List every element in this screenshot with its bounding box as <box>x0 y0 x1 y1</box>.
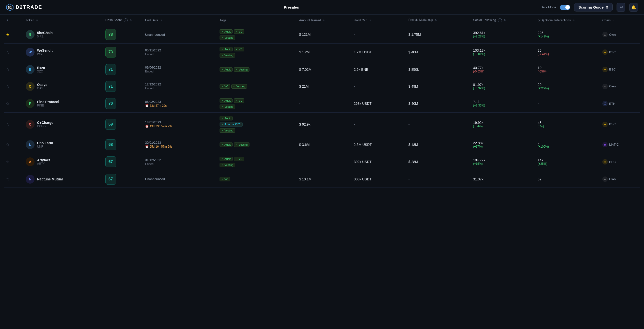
favorite-star[interactable]: ☆ <box>6 177 9 181</box>
favorite-star[interactable]: ★ <box>6 32 9 37</box>
hardcap-value: - <box>354 122 355 126</box>
hardcap-value: 1.2M USDT <box>354 50 372 54</box>
th-presale[interactable]: Presale Marketcap ⇅ <box>406 15 471 26</box>
hardcap-cell: 392k USDT <box>352 153 406 171</box>
tag-badge: ✓Vesting <box>234 142 250 147</box>
enddate-cell: Unannounced <box>143 171 218 188</box>
favorite-star[interactable]: ☆ <box>6 67 9 71</box>
chain-icon: ⬡ <box>602 101 608 106</box>
th-hardcap[interactable]: Hard Cap ⇅ <box>352 15 406 26</box>
th-chain[interactable]: Chain ⇅ <box>600 15 640 26</box>
7d-value: 10 <box>538 66 598 70</box>
favorite-star[interactable]: ☆ <box>6 50 9 54</box>
presale-value: $ 48M <box>408 50 418 54</box>
th-social-label: Social Following <box>473 18 496 22</box>
score-badge: 70 <box>105 98 116 109</box>
th-social[interactable]: Social Following i ⇅ <box>471 15 536 26</box>
tag-badge: ✓Audit <box>220 98 232 103</box>
score-badge: 78 <box>105 29 116 40</box>
amount-value: $ 7.02M <box>299 67 312 71</box>
favorite-star[interactable]: ☆ <box>6 142 9 147</box>
presales-table-container: ★ Token ⇅ Dash Score i ⇅ End Date ⇅ <box>4 15 640 188</box>
tag-check-icon: ✓ <box>222 36 224 39</box>
th-score[interactable]: Dash Score i ⇅ <box>104 15 143 26</box>
star-cell: ☆ <box>4 61 24 78</box>
favorite-star[interactable]: ☆ <box>6 122 9 126</box>
7d-value: 57 <box>538 177 598 181</box>
presale-value: $ 49M <box>408 84 418 88</box>
main-nav: Presales <box>280 5 302 9</box>
tag-badge: ✓Vesting <box>220 53 235 57</box>
7d-change: (+222%) <box>538 87 598 90</box>
tag-badge: ✓Audit <box>220 29 232 34</box>
score-cell: 67 <box>104 171 143 188</box>
social-info-icon[interactable]: i <box>498 18 502 22</box>
dark-mode-toggle[interactable] <box>560 5 570 10</box>
hardcap-cell: 2.5k BNB <box>352 61 406 78</box>
nav-presales[interactable]: Presales <box>280 4 302 11</box>
star-cell: ☆ <box>4 136 24 153</box>
mail-icon: ✉ <box>620 5 623 9</box>
th-token[interactable]: Token ⇅ <box>24 15 104 26</box>
7d-value: 147 <box>538 158 598 162</box>
social-cell: 31.07k <box>471 171 536 188</box>
7d-cell: 147 (+25%) <box>536 153 600 171</box>
tags-container: ✓VC <box>220 177 254 182</box>
enddate-cell: 30/01/2023⏰25d 16h 57m 29s <box>143 136 218 153</box>
chain-cell: ◆ MATIC <box>600 136 640 153</box>
presale-cell: - <box>406 171 471 188</box>
chain-name: BSC <box>609 160 616 164</box>
social-value: 31.07k <box>473 177 534 181</box>
presales-table: ★ Token ⇅ Dash Score i ⇅ End Date ⇅ <box>4 15 640 188</box>
tags-container: ✓Audit✓Vesting <box>220 67 254 72</box>
amount-sort-icon: ⇅ <box>323 19 325 22</box>
tag-check-icon: ✓ <box>236 99 238 102</box>
star-cell: ☆ <box>4 78 24 95</box>
social-cell: 392.61k (+2.27%) <box>471 26 536 43</box>
tag-badge: ✓Audit <box>220 157 232 161</box>
tag-check-icon: ✓ <box>236 143 238 146</box>
th-enddate[interactable]: End Date ⇅ <box>143 15 218 26</box>
amount-cell: $ 3.6M <box>297 136 352 153</box>
tag-check-icon: ✓ <box>222 105 224 108</box>
favorite-star[interactable]: ☆ <box>6 102 9 106</box>
presale-cell: $ 48M <box>406 43 471 61</box>
social-change: (+84%) <box>473 125 534 128</box>
7d-value: 2 <box>538 141 598 145</box>
table-row: ★ 5 5ireChain 5IRE 78Unannounced✓Audit✓V… <box>4 26 640 43</box>
7d-change: (-7.41%) <box>538 52 598 56</box>
th-7d[interactable]: (7D) Social Interactions ⇅ <box>536 15 600 26</box>
favorite-star[interactable]: ☆ <box>6 160 9 164</box>
7d-cell: 57 <box>536 171 600 188</box>
notifications-button[interactable]: 🔔 <box>629 3 638 12</box>
hardcap-value: 392k USDT <box>354 160 372 164</box>
chain-name: MATIC <box>609 143 619 146</box>
star-cell: ☆ <box>4 153 24 171</box>
score-cell: 69 <box>104 112 143 136</box>
tag-check-icon: ✓ <box>222 164 224 166</box>
scoring-guide-button[interactable]: Scoring Guide ⬆ <box>574 3 613 11</box>
tag-badge: ✓VC <box>220 84 230 89</box>
end-date: 09/06/2022 <box>145 66 216 69</box>
favorite-star[interactable]: ☆ <box>6 84 9 88</box>
scoring-guide-label: Scoring Guide <box>578 5 604 9</box>
enddate-sort-icon: ⇅ <box>160 19 162 22</box>
amount-cell: - <box>297 153 352 171</box>
messages-button[interactable]: ✉ <box>616 3 626 12</box>
th-chain-label: Chain <box>602 18 611 22</box>
enddate-cell: 09/06/2022Ended <box>143 61 218 78</box>
clock-icon: ⏰ <box>145 104 149 107</box>
social-value: 81.97k <box>473 83 534 87</box>
tags-cell: ✓Audit✓Vesting <box>218 136 297 153</box>
social-value: 392.61k <box>473 31 534 35</box>
th-amount[interactable]: Amount Raised ⇅ <box>297 15 352 26</box>
chain-cell: ● BSC <box>600 153 640 171</box>
presale-value: $ 28M <box>408 160 418 164</box>
chain-cell: ▲ Own <box>600 78 640 95</box>
chain-cell: ⬡ ETH <box>600 95 640 112</box>
amount-cell: $ 21M <box>297 78 352 95</box>
hardcap-value: 300k USDT <box>354 177 372 181</box>
logo-icon: D2 <box>6 3 14 11</box>
score-cell: 73 <box>104 43 143 61</box>
score-info-icon[interactable]: i <box>124 18 128 22</box>
